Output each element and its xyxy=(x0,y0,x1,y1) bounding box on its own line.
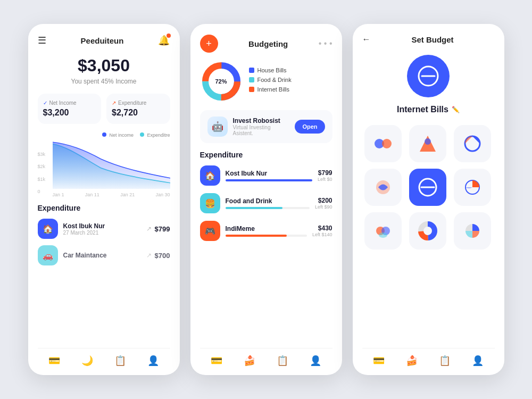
dashboard-title: Peeduiteun xyxy=(81,36,124,45)
nav-wallet-icon[interactable]: 💳 xyxy=(48,355,60,367)
exp2-item-3: 🎮 IndiMeme $430 Left $140 xyxy=(200,221,332,241)
nav3-chart-icon[interactable]: 🍰 xyxy=(406,355,418,367)
chart-legend: Net income Expenditre xyxy=(38,132,170,138)
set-budget-header: ← Set Budget xyxy=(362,35,495,44)
donut-percent: 72% xyxy=(215,78,227,85)
income-expense-cards: ✓ Net Income $3,200 ↗ Expenditure $2,720 xyxy=(38,94,170,124)
expense-arrow-icon-2: ↗ xyxy=(146,252,152,259)
icon-cell-7[interactable] xyxy=(364,212,402,250)
donut-chart: 72% xyxy=(200,60,243,103)
nav3-user-icon[interactable]: 👤 xyxy=(472,355,484,367)
selected-icon-section: Internet Bills ✏️ xyxy=(362,55,495,114)
nav-user-icon[interactable]: 👤 xyxy=(147,355,159,367)
legend-internet-color xyxy=(249,87,254,92)
exp2-bar-wrap-2 xyxy=(226,207,310,209)
exp2-right-1: $799 Left $0 xyxy=(318,169,332,182)
nav-chart-icon[interactable]: 🌙 xyxy=(81,355,93,367)
nav3-calendar-icon[interactable]: 📋 xyxy=(439,355,451,367)
bottom-nav-3: 💳 🍰 📋 👤 xyxy=(362,348,495,367)
exp2-icon-home: 🏠 xyxy=(200,165,220,186)
expense-value: $2,720 xyxy=(112,108,165,118)
more-options-icon[interactable]: • • • xyxy=(319,39,332,48)
icon-cell-5-active[interactable] xyxy=(409,169,446,206)
legend-food: Food & Drink xyxy=(249,77,332,83)
exp2-right-2: $200 Left $90 xyxy=(315,197,332,210)
icon-cell-6[interactable] xyxy=(454,169,491,206)
edit-pencil-icon[interactable]: ✏️ xyxy=(452,106,460,113)
set-budget-title: Set Budget xyxy=(411,35,453,44)
area-chart: Net income Expenditre $3k$2k$1k0 xyxy=(38,132,170,196)
exp2-item-1: 🏠 Kost Ibuk Nur $799 Left $0 xyxy=(200,165,332,186)
nav2-wallet-icon[interactable]: 💳 xyxy=(211,355,222,367)
bottom-nav-2: 💳 🍰 📋 👤 xyxy=(200,348,332,367)
icon-cell-1[interactable] xyxy=(364,125,402,162)
svg-point-16 xyxy=(379,232,387,238)
income-label: ✓ Net Income xyxy=(43,100,96,106)
invest-card: 🤖 Invest Robosist Virtual Investing Asis… xyxy=(200,110,332,143)
arrow-up-icon: ↗ xyxy=(112,100,116,106)
robot-icon: 🤖 xyxy=(207,117,228,137)
exp2-item-2: 🍔 Food and Drink $200 Left $90 xyxy=(200,193,332,213)
legend-house-color xyxy=(249,68,254,73)
donut-legend: House Bills Food & Drink Internet Bills xyxy=(249,67,332,96)
expense-name-1: Kost Ibuk Nur xyxy=(63,222,141,230)
expense-item-2: 🚗 Car Maintance ↗ $700 xyxy=(38,245,170,265)
income-value: $3,200 xyxy=(43,108,96,118)
dashboard-header: ☰ Peeduiteun 🔔 xyxy=(38,35,170,46)
screen-set-budget: ← Set Budget Internet Bills ✏️ xyxy=(353,24,504,375)
icon-cell-9[interactable] xyxy=(454,212,491,250)
exp2-info-1: Kost Ibuk Nur xyxy=(226,170,312,181)
add-button[interactable]: + xyxy=(200,35,218,53)
invest-info: Invest Robosist Virtual Investing Asiste… xyxy=(233,117,290,136)
notification-icon[interactable]: 🔔 xyxy=(158,35,170,46)
svg-point-8 xyxy=(425,138,431,145)
exp2-bar-wrap-1 xyxy=(226,179,312,181)
icon-cell-2[interactable] xyxy=(409,125,446,162)
donut-section: 72% House Bills Food & Drink Internet Bi… xyxy=(200,60,332,103)
expense-arrow-icon: ↗ xyxy=(146,225,152,232)
exp2-bar-2 xyxy=(226,207,283,209)
icon-cell-4[interactable] xyxy=(364,169,402,206)
exp2-icon-game: 🎮 xyxy=(200,221,220,241)
chart-svg xyxy=(53,141,170,189)
expense-amount-1: $799 xyxy=(155,225,170,233)
income-card: ✓ Net Income $3,200 xyxy=(38,94,102,124)
exp2-bar-wrap-3 xyxy=(226,235,307,237)
screen-dashboard: ☰ Peeduiteun 🔔 $3,050 You spent 45% Inco… xyxy=(28,24,180,375)
expense-right-1: ↗ $799 xyxy=(146,225,170,233)
budgeting-title: Budgeting xyxy=(248,39,288,48)
nav3-wallet-icon[interactable]: 💳 xyxy=(373,355,385,367)
icon-cell-3[interactable] xyxy=(454,125,491,162)
expense-info-1: Kost Ibuk Nur 27 March 2021 xyxy=(63,222,141,236)
nav2-user-icon[interactable]: 👤 xyxy=(310,355,321,367)
selected-category-icon xyxy=(407,55,450,97)
menu-icon[interactable]: ☰ xyxy=(38,35,46,46)
invest-sub: Virtual Investing Asistent. xyxy=(233,124,290,136)
expense-name-2: Car Maintance xyxy=(63,252,141,259)
y-axis-labels: $3k$2k$1k0 xyxy=(38,152,46,194)
exp2-info-2: Food and Drink xyxy=(226,197,310,209)
open-button[interactable]: Open xyxy=(295,120,325,134)
nav-calendar-icon[interactable]: 📋 xyxy=(114,355,126,367)
expense-icon-home: 🏠 xyxy=(38,219,58,239)
expense-info-2: Car Maintance xyxy=(63,252,141,259)
back-icon[interactable]: ← xyxy=(362,35,371,44)
nav2-calendar-icon[interactable]: 📋 xyxy=(277,355,288,367)
invest-name: Invest Robosist xyxy=(233,117,290,124)
expenditure-title-2: Expenditure xyxy=(200,151,332,159)
screen-budgeting: + Budgeting • • • 72% House Bills xyxy=(190,24,342,375)
notification-dot xyxy=(167,34,171,38)
expense-right-2: ↗ $700 xyxy=(146,252,170,260)
icon-grid xyxy=(362,125,495,250)
x-axis-labels: Jan 1Jan 11Jan 21Jan 30 xyxy=(53,192,170,197)
balance-section: $3,050 You spent 45% Income xyxy=(38,56,170,85)
nav2-chart-icon[interactable]: 🍰 xyxy=(244,355,255,367)
expense-amount-2: $700 xyxy=(155,252,170,260)
budgeting-header: + Budgeting • • • xyxy=(200,35,332,53)
bottom-nav-1: 💳 🌙 📋 👤 xyxy=(38,348,170,367)
icon-cell-8[interactable] xyxy=(409,212,446,250)
exp2-info-3: IndiMeme xyxy=(226,225,307,237)
exp2-icon-food: 🍔 xyxy=(200,193,220,213)
legend-income: Net income xyxy=(102,132,134,138)
balance-amount: $3,050 xyxy=(38,56,170,76)
